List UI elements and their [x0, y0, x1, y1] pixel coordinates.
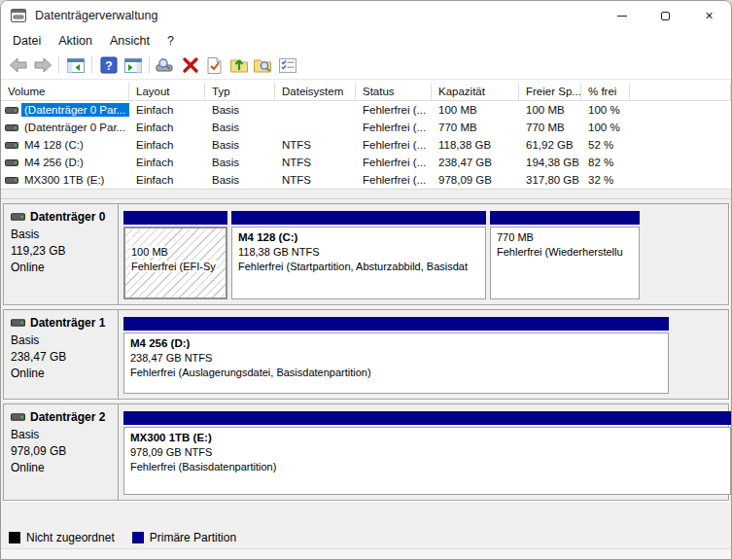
folder-search-button[interactable]	[251, 53, 275, 77]
menu-hilfe[interactable]: ?	[158, 32, 183, 50]
col-freier-sp[interactable]: Freier Sp...	[519, 83, 581, 101]
cell-layout: Einfach	[129, 119, 205, 136]
title-bar: Datenträgerverwaltung ×	[1, 1, 731, 30]
delete-button[interactable]	[178, 53, 202, 77]
check-document-button[interactable]	[202, 53, 227, 77]
menu-ansicht[interactable]: Ansicht	[101, 32, 158, 50]
table-row[interactable]: MX300 1TB (E:) Einfach Basis NTFS Fehler…	[1, 171, 731, 189]
legend-label-primary: Primäre Partition	[150, 531, 236, 544]
partition-status: Fehlerfrei (Startpartition, Absturzabbil…	[238, 261, 468, 272]
table-row[interactable]: (Datenträger 0 Par... Einfach Basis Fehl…	[1, 119, 731, 136]
cell-typ: Basis	[205, 101, 275, 119]
partition-status: Fehlerfrei (Auslagerungsdatei, Basisdate…	[130, 367, 371, 378]
table-row[interactable]: M4 128 (C:) Einfach Basis NTFS Fehlerfre…	[1, 136, 731, 154]
disk-info-panel[interactable]: Datenträger 2 Basis 978,09 GB Online	[4, 404, 119, 500]
task-list-button[interactable]	[275, 53, 299, 77]
partition-size: 100 MB	[130, 246, 169, 258]
maximize-button[interactable]	[644, 1, 687, 30]
toolbar-separator	[149, 56, 150, 74]
cell-kapazitaet: 238,47 GB	[432, 154, 519, 171]
toolbar-separator	[58, 56, 59, 74]
cell-status: Fehlerfrei (...	[356, 171, 432, 189]
volume-list-header: Volume Layout Typ Dateisystem Status Kap…	[1, 83, 731, 101]
partition-c[interactable]: M4 128 (C:) 118,38 GB NTFS Fehlerfrei (S…	[231, 211, 486, 299]
col-status[interactable]: Status	[356, 83, 432, 101]
col-typ[interactable]: Typ	[205, 83, 275, 101]
volume-name: M4 128 (C:)	[21, 138, 129, 152]
disk-status: Online	[11, 460, 112, 476]
drive-search-button[interactable]	[154, 53, 178, 77]
col-layout[interactable]: Layout	[129, 83, 205, 101]
partition-d[interactable]: M4 256 (D:) 238,47 GB NTFS Fehlerfrei (A…	[123, 317, 669, 394]
minimize-icon	[617, 16, 627, 17]
partition-area: 100 MB Fehlerfrei (EFI-Sy M4 128 (C:) 11…	[119, 204, 728, 304]
cell-prozent-frei: 100 %	[581, 119, 630, 136]
disk-info-panel[interactable]: Datenträger 1 Basis 238,47 GB Online	[4, 310, 119, 399]
legend-bar: Nicht zugeordnet Primäre Partition	[1, 527, 731, 548]
cell-prozent-frei: 100 %	[581, 101, 630, 119]
toolbar: ?	[1, 52, 731, 80]
cell-typ: Basis	[205, 119, 275, 136]
cell-prozent-frei: 32 %	[581, 171, 630, 189]
check-document-icon	[206, 56, 223, 75]
partition-e[interactable]: MX300 1TB (E:) 978,09 GB NTFS Fehlerfrei…	[123, 411, 731, 495]
col-dateisystem[interactable]: Dateisystem	[275, 83, 356, 101]
disk-name: Datenträger 2	[30, 410, 105, 424]
col-prozent-frei[interactable]: % frei	[581, 83, 630, 101]
cell-kapazitaet: 978,09 GB	[432, 171, 519, 189]
help-button[interactable]: ?	[96, 53, 121, 77]
cell-freier-sp: 194,38 GB	[519, 154, 581, 171]
delete-icon	[182, 56, 199, 74]
col-filler	[630, 83, 731, 101]
partition-status: Fehlerfrei (Wiederherstellu	[497, 246, 623, 258]
partition-area: M4 256 (D:) 238,47 GB NTFS Fehlerfrei (A…	[119, 310, 728, 399]
forward-button[interactable]	[30, 53, 54, 77]
close-button[interactable]: ×	[687, 1, 731, 30]
disk-status: Online	[11, 366, 112, 382]
col-volume[interactable]: Volume	[1, 83, 129, 101]
table-row[interactable]: (Datenträger 0 Par... Einfach Basis Fehl…	[1, 101, 731, 119]
menu-datei[interactable]: Datei	[4, 32, 50, 50]
volume-name: (Datenträger 0 Par...	[21, 103, 129, 117]
primary-partition-bar	[490, 211, 640, 225]
primary-partition-swatch-icon	[132, 532, 144, 543]
back-button[interactable]	[6, 53, 30, 77]
partition-recovery[interactable]: 770 MB Fehlerfrei (Wiederherstellu	[490, 211, 640, 299]
folder-up-icon	[229, 56, 249, 74]
disk-info-panel[interactable]: Datenträger 0 Basis 119,23 GB Online	[4, 204, 119, 304]
legend-label-unallocated: Nicht zugeordnet	[26, 531, 115, 544]
cell-freier-sp: 770 MB	[519, 119, 581, 136]
menu-bar: Datei Aktion Ansicht ?	[1, 30, 731, 52]
disk-name: Datenträger 1	[30, 316, 105, 330]
partition-status: Fehlerfrei (EFI-Sy	[130, 261, 217, 272]
col-kapazitaet[interactable]: Kapazität	[432, 83, 519, 101]
partition-efi[interactable]: 100 MB Fehlerfrei (EFI-Sy	[123, 211, 227, 299]
partition-label: M4 128 (C:)	[238, 231, 297, 243]
partition-size: 978,09 GB NTFS	[130, 446, 212, 458]
disk-name: Datenträger 0	[30, 210, 105, 224]
disk-size: 978,09 GB	[11, 443, 112, 460]
menu-aktion[interactable]: Aktion	[50, 32, 101, 50]
cell-freier-sp: 100 MB	[519, 101, 581, 119]
cell-kapazitaet: 100 MB	[432, 101, 519, 119]
show-action-pane-icon	[123, 57, 143, 74]
folder-up-button[interactable]	[227, 53, 251, 77]
cell-status: Fehlerfrei (...	[356, 136, 432, 154]
show-console-tree-button[interactable]	[63, 53, 87, 77]
volume-name: MX300 1TB (E:)	[21, 173, 129, 187]
partition-area: MX300 1TB (E:) 978,09 GB NTFS Fehlerfrei…	[119, 404, 731, 500]
drive-icon	[5, 124, 18, 131]
task-list-icon	[278, 57, 297, 74]
pane-splitter[interactable]	[1, 189, 731, 199]
show-action-pane-button[interactable]	[121, 53, 145, 77]
cell-prozent-frei: 82 %	[581, 154, 630, 171]
partition-status: Fehlerfrei (Basisdatenpartition)	[130, 461, 276, 472]
cell-typ: Basis	[205, 171, 275, 189]
table-row[interactable]: M4 256 (D:) Einfach Basis NTFS Fehlerfre…	[1, 154, 731, 171]
disk-management-window: Datenträgerverwaltung × Datei Aktion Ans…	[0, 0, 732, 560]
svg-text:?: ?	[105, 59, 112, 73]
help-icon: ?	[100, 56, 118, 74]
minimize-button[interactable]	[600, 1, 644, 30]
cell-kapazitaet: 770 MB	[432, 119, 519, 136]
drive-search-icon	[156, 57, 177, 74]
